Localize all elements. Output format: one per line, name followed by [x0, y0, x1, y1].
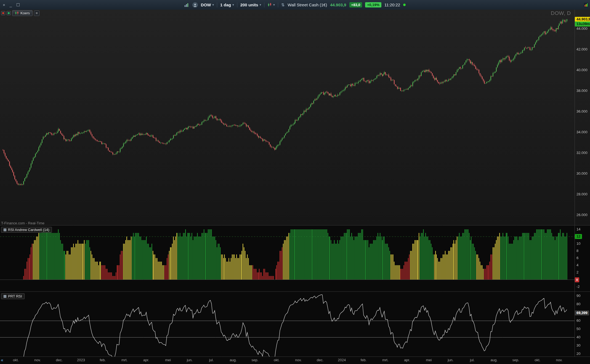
time-axis-label: aug. [227, 358, 239, 362]
stats-icon[interactable] [184, 3, 189, 7]
rsi-axis-label: 8 [576, 249, 578, 253]
time-axis-label: 2024 [336, 358, 348, 362]
topbar-controls: DOW ▾ 1 dag ▾ 200 units ▾ ▾ [184, 2, 406, 8]
time-axis-label: dec. [53, 358, 65, 362]
bar-countdown-badge: 13u39m [575, 22, 590, 26]
change-absolute-badge: +83,0 [349, 2, 362, 7]
chart-tabbar: Koers ≡ [1, 10, 39, 16]
window-controls: × _ ☐ [3, 0, 20, 10]
time-axis-label: mrt. [118, 358, 131, 362]
chevron-down-icon: ▾ [232, 3, 234, 7]
data-provider-label: T-Finance.com - Real-Time [1, 221, 44, 225]
profile-icon[interactable] [192, 2, 198, 8]
instrument-name: Wall Street Cash (1€) [288, 2, 327, 7]
time-axis-label: feb. [97, 358, 109, 362]
tab-koers[interactable]: Koers [12, 10, 33, 16]
topbar-right [584, 0, 588, 10]
rsi-axis-label: 2 [576, 270, 578, 275]
time-axis-label: okt. [531, 358, 544, 362]
prt-rsi-current-value-badge: 69,399 [575, 310, 589, 315]
prt-axis-label: 60 [576, 318, 580, 323]
prt-axis-label: 80 [576, 302, 580, 306]
prt-axis-label: 90 [576, 294, 580, 298]
time-axis-label: mei [162, 358, 174, 362]
chart-overlay: Koers ≡ DOW, D T-Finance.com - Real-Time… [0, 0, 590, 364]
instrument-price: 44.903,9 [330, 2, 346, 7]
price-axis-label: 38.000 [576, 89, 588, 93]
scroll-left-button[interactable]: « [1, 358, 3, 363]
indicator-icon [4, 229, 6, 231]
price-axis-label: 36.000 [576, 109, 588, 114]
rsi-axis-label: 6 [576, 256, 578, 260]
updown-arrows-icon[interactable]: ⇅ [281, 2, 285, 7]
time-axis-label: mrt. [379, 358, 391, 362]
rsi-axis-label: 4 [576, 263, 578, 267]
time-axis-label: apr. [140, 358, 152, 362]
symbol-watermark: DOW, D [551, 10, 571, 16]
maximize-button[interactable]: ☐ [16, 3, 20, 7]
detach-window-glyph [2, 12, 4, 14]
rsi-zero-badge: 0 [575, 277, 579, 282]
price-axis-label: 34.000 [576, 130, 588, 134]
time-axis-label: okt. [270, 358, 283, 362]
time-axis-label: okt. [10, 358, 22, 362]
chevron-down-icon: ▾ [212, 3, 214, 7]
prt-axis-label: 50 [576, 327, 580, 331]
prt-rsi-indicator-label-text: PRT RSI [8, 294, 22, 298]
chevron-down-icon: ▾ [260, 3, 261, 7]
separator [278, 2, 278, 7]
time-axis-label: nov. [553, 358, 565, 362]
symbol-dropdown-label: DOW [201, 2, 211, 7]
app-logo-icon[interactable] [584, 3, 588, 7]
expand-window-icon[interactable] [7, 11, 11, 15]
units-dropdown-label: 200 units [240, 2, 258, 7]
time-axis-label: nov. [31, 358, 44, 362]
chevron-down-icon: ▾ [273, 3, 275, 7]
time-axis-label: sep. [249, 358, 261, 362]
time-axis-label: dec. [314, 358, 326, 362]
price-axis-label: 32.000 [576, 151, 588, 155]
last-price-badge: 44.903,9 [575, 17, 590, 22]
symbol-dropdown[interactable]: DOW ▾ [201, 2, 214, 7]
separator [217, 2, 217, 7]
close-button[interactable]: × [3, 3, 5, 7]
rsi-indicator-label-text: RSI Andrew Cardwell (14) [8, 228, 49, 232]
minimize-button[interactable]: _ [10, 3, 12, 7]
prt-axis-label: 30 [576, 343, 580, 348]
rsi-indicator-label[interactable]: RSI Andrew Cardwell (14) [1, 227, 52, 233]
rsi-axis-label: -2 [576, 285, 580, 289]
timeframe-dropdown[interactable]: 1 dag ▾ [220, 2, 234, 7]
time-axis-label: jul. [205, 358, 217, 362]
chart-style-icon [267, 3, 272, 7]
prt-rsi-indicator-label[interactable]: PRT RSI [1, 293, 25, 299]
detach-window-icon[interactable] [1, 11, 5, 15]
change-percent-badge: +0,19% [365, 2, 381, 7]
tab-koers-label: Koers [20, 11, 30, 15]
timeframe-dropdown-label: 1 dag [220, 2, 231, 7]
indicator-icon [4, 295, 6, 298]
price-axis-label: 30.000 [576, 171, 588, 176]
time-axis-label: jun. [445, 358, 457, 362]
time-axis-label: apr. [401, 358, 413, 362]
connection-status-dot [403, 4, 406, 6]
chart-list-icon[interactable]: ≡ [34, 10, 39, 16]
time-axis-label: jul. [466, 358, 478, 362]
time-axis-label: jun. [184, 358, 196, 362]
price-axis-label: 28.000 [576, 192, 588, 196]
prt-axis-label: 40 [576, 335, 580, 339]
prt-axis-label: 20 [576, 352, 580, 356]
time-axis-label: 2023 [75, 358, 87, 362]
price-axis-label: 44.000 [576, 26, 588, 31]
time-axis-label: mei [423, 358, 435, 362]
rsi-axis-label: 10 [576, 241, 580, 246]
chart-style-dropdown[interactable]: ▾ [267, 3, 275, 7]
time-axis-label: nov. [292, 358, 304, 362]
separator [237, 2, 237, 7]
topbar: × _ ☐ DOW ▾ [0, 0, 590, 10]
candlestick-icon [15, 11, 19, 15]
time-axis-label: sep. [510, 358, 522, 362]
units-dropdown[interactable]: 200 units ▾ [240, 2, 261, 7]
time-axis-label: feb. [358, 358, 370, 362]
separator [264, 2, 264, 7]
price-axis-label: 42.000 [576, 47, 588, 52]
